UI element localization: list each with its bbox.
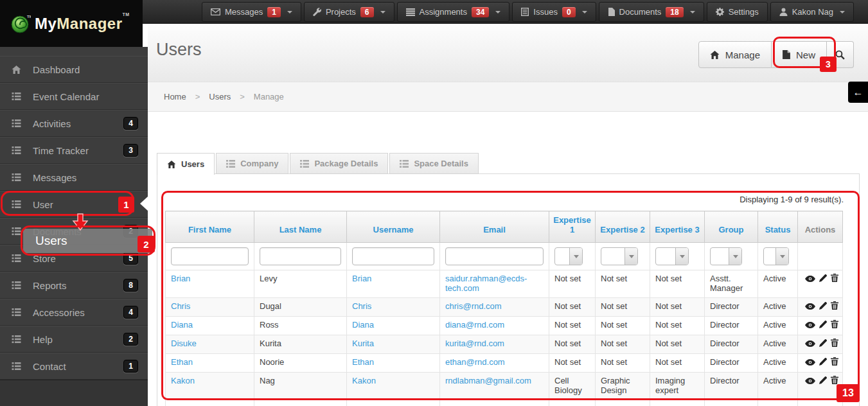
sidebar-item-dashboard[interactable]: Dashboard: [0, 56, 148, 83]
svg-text:TM: TM: [27, 15, 31, 19]
breadcrumb-users[interactable]: Users: [209, 92, 231, 102]
gear-icon: [716, 8, 724, 16]
manage-button[interactable]: Manage: [698, 41, 772, 68]
annotation-outline-user-item: [1, 191, 134, 216]
left-arrow-icon: ←: [853, 87, 864, 98]
list-icon: [12, 173, 22, 181]
menu-issues-label: Issues: [533, 7, 558, 17]
count-badge: 1: [123, 360, 138, 373]
menu-documents[interactable]: Documents 18: [599, 2, 704, 22]
menu-messages[interactable]: Messages 1: [202, 2, 301, 22]
logo-wordmark: MyManagerTM: [35, 15, 130, 33]
tab-company[interactable]: Company: [216, 153, 288, 174]
sidebar-item-label: Contact: [33, 361, 66, 372]
person-icon: [779, 8, 788, 16]
chevron-down-icon: [690, 11, 695, 13]
tab-bar: Users Company Package Details Space Deta…: [157, 153, 480, 175]
list-icon: [12, 146, 22, 154]
count-badge: 3: [123, 144, 138, 157]
sidebar-item-help[interactable]: Help 2: [0, 326, 148, 353]
menu-projects-label: Projects: [326, 7, 356, 17]
sidebar-item-label: Help: [33, 334, 53, 345]
breadcrumb-current: Manage: [254, 92, 284, 102]
search-icon: [835, 50, 845, 60]
sidebar-item-label: Dashboard: [33, 64, 80, 75]
manage-button-label: Manage: [725, 49, 760, 60]
list-icon: [226, 160, 235, 168]
menu-documents-label: Documents: [619, 7, 662, 17]
table-row-partial: [166, 400, 843, 406]
sidebar-footer: [0, 380, 148, 406]
logo-snail-icon: TM: [10, 13, 31, 34]
menu-settings-label: Settings: [729, 7, 759, 17]
chevron-down-icon: [380, 11, 385, 13]
list-icon: [12, 93, 22, 100]
bars-icon: [406, 8, 415, 16]
sidebar-item-accessories[interactable]: Accessories 4: [0, 299, 148, 326]
list-icon: [12, 308, 22, 316]
page-header: Users Manage New: [148, 24, 868, 82]
count-badge: 4: [123, 117, 138, 130]
home-icon: [167, 161, 176, 168]
collapse-back-button[interactable]: ←: [848, 82, 868, 103]
sidebar-item-reports[interactable]: Reports 8: [0, 272, 148, 299]
annotation-step-3: 3: [820, 57, 837, 72]
page-title: Users: [156, 40, 202, 60]
menu-assignments-label: Assignments: [420, 7, 467, 17]
tab-label: Package Details: [314, 159, 378, 168]
menu-messages-label: Messages: [225, 7, 263, 17]
issues-count-badge: 0: [562, 7, 576, 17]
count-badge: 4: [123, 306, 138, 319]
projects-count-badge: 6: [360, 7, 374, 17]
list-icon: [400, 160, 409, 168]
menu-user-account[interactable]: Kakon Nag: [770, 2, 854, 22]
tab-label: Company: [240, 159, 278, 168]
list-icon: [12, 362, 22, 370]
sidebar-item-label: Event Calendar: [33, 91, 99, 102]
tab-space-details[interactable]: Space Details: [389, 153, 479, 174]
list-icon: [12, 254, 22, 262]
sidebar-item-label: Messages: [33, 172, 76, 183]
count-badge: 8: [123, 279, 138, 292]
active-item-notch: [140, 197, 148, 211]
home-icon: [710, 51, 720, 59]
documents-count-badge: 18: [666, 7, 683, 17]
annotation-outline-users-submenu: [21, 225, 155, 256]
breadcrumb-separator: >: [195, 92, 200, 102]
assignments-count-badge: 34: [472, 7, 489, 17]
list-icon: [12, 335, 22, 343]
envelope-icon: [211, 8, 220, 15]
menu-projects[interactable]: Projects 6: [304, 2, 394, 22]
chevron-down-icon: [287, 11, 292, 13]
menu-assignments[interactable]: Assignments 34: [397, 2, 510, 22]
chevron-down-icon: [495, 11, 500, 13]
sidebar-item-label: Activities: [33, 118, 71, 129]
sidebar-item-event-calendar[interactable]: Event Calendar: [0, 83, 148, 110]
list-icon: [300, 160, 309, 168]
breadcrumb-home[interactable]: Home: [164, 92, 186, 102]
tab-label: Users: [181, 159, 204, 169]
menu-settings[interactable]: Settings: [707, 2, 768, 22]
app-logo[interactable]: TM MyManagerTM: [0, 0, 143, 47]
document-lines-icon: [521, 8, 529, 16]
sidebar-item-label: Time Tracker: [33, 145, 89, 156]
user-name-label: Kakon Nag: [792, 7, 833, 17]
breadcrumb-separator: >: [240, 92, 245, 102]
sidebar-item-label: Reports: [33, 280, 67, 291]
menu-issues[interactable]: Issues 0: [512, 2, 596, 22]
annotation-step-2: 2: [137, 236, 155, 252]
count-badge: 2: [123, 333, 138, 346]
tab-package-details[interactable]: Package Details: [290, 153, 388, 174]
sidebar-item-activities[interactable]: Activities 4: [0, 110, 148, 137]
tab-label: Space Details: [414, 159, 468, 168]
sidebar-item-contact[interactable]: Contact 1: [0, 353, 148, 380]
wrench-icon: [313, 8, 321, 16]
sidebar-item-label: Accessories: [33, 307, 85, 318]
home-icon: [12, 66, 22, 74]
tab-users[interactable]: Users: [157, 153, 215, 175]
sidebar-item-time-tracker[interactable]: Time Tracker 3: [0, 137, 148, 164]
annotation-outline-users-grid: [161, 191, 860, 400]
top-menu: Messages 1 Projects 6 Assignments 34 Iss…: [200, 0, 855, 24]
chevron-down-icon: [582, 11, 587, 13]
sidebar-item-messages[interactable]: Messages: [0, 164, 148, 191]
